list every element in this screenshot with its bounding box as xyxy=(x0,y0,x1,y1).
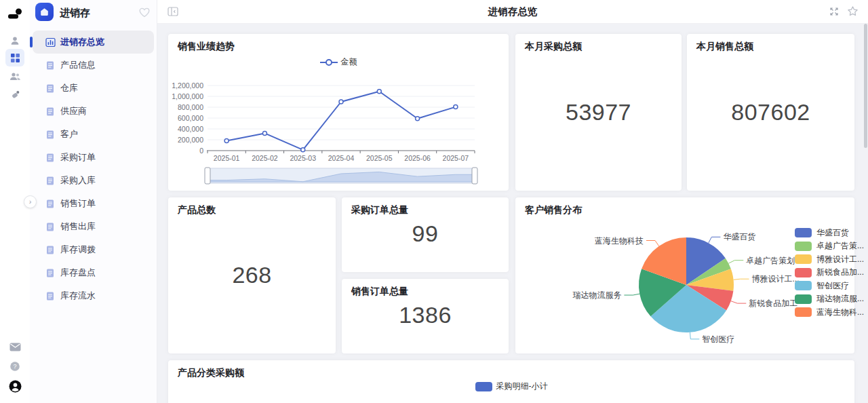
sidebar-item-7[interactable]: 采购入库 xyxy=(30,169,157,192)
document-icon xyxy=(45,153,56,163)
document-icon xyxy=(45,83,56,94)
sidebar-item-label: 进销存总览 xyxy=(60,36,104,48)
sales-trend-line-chart[interactable]: 0200,000400,000600,000800,0001,000,0001,… xyxy=(172,73,505,189)
sidebar-item-10[interactable]: 库存调拨 xyxy=(30,238,157,261)
legend-label: 卓越广告策... xyxy=(816,240,864,252)
card-title: 销售业绩趋势 xyxy=(178,41,235,53)
sidebar-item-label: 供应商 xyxy=(60,105,87,117)
document-icon xyxy=(45,222,56,232)
svg-text:蓝海生物科技: 蓝海生物科技 xyxy=(595,236,644,246)
sidebar-item-label: 库存流水 xyxy=(60,290,96,302)
svg-text:2025-01: 2025-01 xyxy=(214,154,240,162)
stat-value: 99 xyxy=(342,220,509,247)
sidebar-item-label: 采购入库 xyxy=(60,174,96,187)
favorite-star-icon[interactable] xyxy=(847,5,859,17)
stat-value: 807602 xyxy=(687,99,854,126)
pie-legend-item[interactable]: 蓝海生物科... xyxy=(795,307,864,317)
line-legend-item[interactable]: 金额 xyxy=(168,56,509,68)
legend-label: 智创医疗 xyxy=(816,280,849,292)
user-icon[interactable] xyxy=(0,35,30,46)
datazoom-handle-right[interactable] xyxy=(472,168,477,184)
sidebar-item-3[interactable]: 仓库 xyxy=(30,77,157,100)
page-header: 进销存总览 xyxy=(157,0,868,24)
sidebar-item-4[interactable]: 供应商 xyxy=(30,100,157,123)
datazoom-handle-left[interactable] xyxy=(205,168,210,184)
svg-text:2025-02: 2025-02 xyxy=(252,154,278,162)
sidebar-item-9[interactable]: 销售出库 xyxy=(30,215,157,238)
legend-swatch xyxy=(795,294,812,304)
legend-label: 瑞达物流服... xyxy=(816,293,864,305)
stat-value: 268 xyxy=(168,262,336,288)
card-customer-dist: 客户销售分布 华盛百货卓越广告策划博雅设计工...新锐食品加工智创医疗瑞达物流服… xyxy=(515,197,854,353)
sidebar-item-1[interactable]: 进销存总览 xyxy=(33,31,154,54)
mail-icon[interactable] xyxy=(0,343,30,351)
document-icon xyxy=(45,245,56,255)
stat-value: 1386 xyxy=(342,302,509,328)
favorite-heart-icon[interactable] xyxy=(138,6,151,18)
svg-text:瑞达物流服务: 瑞达物流服务 xyxy=(572,290,621,300)
document-icon xyxy=(45,199,56,209)
sidebar-item-label: 库存调拨 xyxy=(60,244,96,256)
legend-label: 新锐食品加... xyxy=(816,267,864,278)
app-logo[interactable] xyxy=(35,3,54,21)
svg-text:2025-04: 2025-04 xyxy=(328,154,355,162)
card-purchase-month: 本月采购总额 53977 xyxy=(515,34,682,191)
line-legend-icon xyxy=(320,58,338,66)
pie-legend-item[interactable]: 卓越广告策... xyxy=(795,242,864,251)
pie-legend-item[interactable]: 瑞达物流服... xyxy=(795,294,864,304)
svg-text:华盛百货: 华盛百货 xyxy=(723,232,755,242)
legend-swatch xyxy=(795,281,812,290)
sidebar-item-5[interactable]: 客户 xyxy=(30,123,157,146)
sidebar-menu: 进销存总览产品信息仓库供应商客户采购订单采购入库销售订单销售出库库存调拨库存盘点… xyxy=(30,31,157,307)
plugin-icon[interactable] xyxy=(0,90,30,100)
scrollbar-thumb[interactable] xyxy=(864,24,867,148)
svg-text:400,000: 400,000 xyxy=(178,125,203,133)
pie-legend-item[interactable]: 智创医疗 xyxy=(795,281,864,290)
apps-grid-icon[interactable] xyxy=(0,52,30,63)
pie-legend-item[interactable]: 新锐食品加... xyxy=(795,268,864,277)
document-icon xyxy=(45,107,56,117)
svg-text:?: ? xyxy=(13,363,16,370)
card-product-total: 产品总数 268 xyxy=(168,197,336,353)
svg-text:新锐食品加工: 新锐食品加工 xyxy=(749,299,797,308)
sidebar-item-12[interactable]: 库存流水 xyxy=(30,284,157,307)
pie-legend-item[interactable]: 华盛百货 xyxy=(795,228,864,237)
card-title: 本月采购总额 xyxy=(525,41,582,53)
workspace-logo-icon[interactable] xyxy=(0,5,30,22)
bar-legend-item[interactable]: 采购明细-小计 xyxy=(168,381,854,392)
svg-text:0: 0 xyxy=(199,147,203,155)
card-title: 产品总数 xyxy=(178,204,216,216)
sidebar-item-6[interactable]: 采购订单 xyxy=(30,146,157,169)
chart-doc-icon xyxy=(45,37,56,47)
legend-label: 蓝海生物科... xyxy=(816,307,864,318)
card-sales-month: 本月销售总额 807602 xyxy=(687,34,854,191)
sidebar-expand-button[interactable]: › xyxy=(24,195,37,208)
svg-text:1,000,000: 1,000,000 xyxy=(172,92,203,100)
help-icon[interactable]: ? xyxy=(0,361,30,372)
legend-swatch xyxy=(795,254,812,264)
legend-swatch xyxy=(795,268,812,277)
user-avatar[interactable] xyxy=(0,380,30,393)
line-legend-label: 金额 xyxy=(341,56,357,68)
sidebar-item-label: 产品信息 xyxy=(60,59,96,71)
fullscreen-icon[interactable] xyxy=(829,6,840,17)
svg-text:600,000: 600,000 xyxy=(178,114,203,122)
sidebar-item-label: 销售出库 xyxy=(60,220,96,233)
sidebar: 进销存 进销存总览产品信息仓库供应商客户采购订单采购入库销售订单销售出库库存调拨… xyxy=(30,0,157,403)
sidebar-item-label: 仓库 xyxy=(60,82,78,94)
page-title: 进销存总览 xyxy=(157,0,868,24)
card-sales-trend: 销售业绩趋势 金额 0200,000400,000600,000800,0001… xyxy=(168,34,509,191)
card-title: 产品分类采购额 xyxy=(178,367,244,379)
sidebar-item-11[interactable]: 库存盘点 xyxy=(30,261,157,284)
card-purchase-orders: 采购订单总量 99 xyxy=(342,197,509,272)
bar-legend-label: 采购明细-小计 xyxy=(496,381,548,392)
sidebar-item-2[interactable]: 产品信息 xyxy=(30,54,157,77)
svg-text:800,000: 800,000 xyxy=(178,103,203,111)
pie-legend-item[interactable]: 博雅设计工... xyxy=(795,254,864,264)
document-icon xyxy=(45,268,56,278)
team-icon[interactable] xyxy=(0,72,30,81)
card-title: 销售订单总量 xyxy=(351,286,408,298)
pie-legend: 华盛百货卓越广告策...博雅设计工...新锐食品加...智创医疗瑞达物流服...… xyxy=(795,228,864,317)
sidebar-item-label: 库存盘点 xyxy=(60,267,96,279)
sidebar-item-8[interactable]: 销售订单 xyxy=(30,192,157,215)
